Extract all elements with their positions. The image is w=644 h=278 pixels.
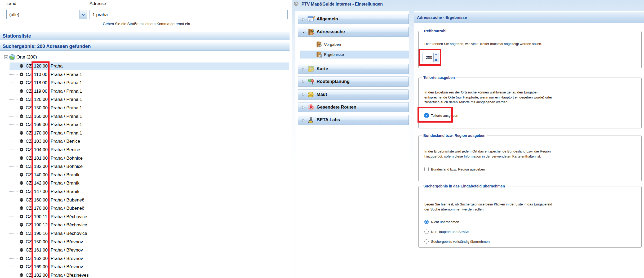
treffer-spinner-buttons xyxy=(434,53,438,62)
radio-nur-hauptort[interactable] xyxy=(424,230,429,234)
tree-connector xyxy=(9,242,18,242)
row-postal-code: 169 00 xyxy=(34,263,48,270)
row-place-name: Praha / Braník xyxy=(51,171,79,178)
result-row[interactable]: CZ140 00Praha / Braník xyxy=(0,171,289,178)
nav-item-label: Allgemein xyxy=(317,14,338,24)
land-select[interactable]: (alle) xyxy=(6,10,87,19)
result-row[interactable]: CZ104 00Praha / Benice xyxy=(0,146,289,153)
nav-item-vorgaben[interactable]: Vorgaben xyxy=(296,41,408,48)
triangle-collapsed-icon[interactable] xyxy=(301,17,305,22)
triangle-collapsed-icon[interactable] xyxy=(301,93,305,98)
result-row[interactable]: CZ110 00Praha / Praha 1 xyxy=(0,71,289,78)
result-row[interactable]: CZ162 00Praha / Břevnov xyxy=(0,255,289,262)
radio-row-nicht-uebernehmen[interactable]: Nicht übernehmen xyxy=(424,220,459,224)
result-row[interactable]: CZ118 00Praha / Praha 1 xyxy=(0,79,289,86)
settings-content-pane: Adresssuche - Ergebnisse Trefferanzahl H… xyxy=(414,11,644,278)
row-country: CZ xyxy=(26,129,32,137)
nav-item-label: Gesendete Routen xyxy=(317,102,356,112)
adresse-label: Adresse xyxy=(90,1,106,6)
result-row[interactable]: CZ160 00Praha / Bubeneč xyxy=(0,196,289,204)
target-icon xyxy=(19,131,24,135)
result-row[interactable]: CZ120 00Praha / Praha 1 xyxy=(0,96,289,103)
row-postal-code: 119 00 xyxy=(34,88,47,95)
tree-connector xyxy=(9,250,18,250)
result-row[interactable]: CZ142 00Praha / Braník xyxy=(0,180,289,187)
radio-row-vollstaendig[interactable]: Suchergebnis vollständig übernehmen xyxy=(424,239,490,244)
nav-item-adresssuche[interactable]: Adresssuche xyxy=(298,27,409,37)
row-postal-code: 120 00 xyxy=(34,62,48,70)
result-row[interactable]: CZ190 11Praha / Běchovice xyxy=(0,213,289,220)
row-country: CZ xyxy=(26,238,32,245)
row-postal-code: 120 00 xyxy=(34,96,48,103)
row-country: CZ xyxy=(26,71,32,78)
bundesland-checkbox[interactable] xyxy=(424,167,429,171)
result-row[interactable]: CZ181 00Praha / Bohnice xyxy=(0,155,289,162)
teilorte-checkbox-row[interactable]: Teilorte ausgeben xyxy=(424,113,458,118)
spinner-down-icon[interactable] xyxy=(434,59,438,61)
expander-minus-icon[interactable] xyxy=(4,55,8,60)
result-row[interactable]: CZ120 00Praha xyxy=(0,62,289,70)
result-row[interactable]: CZ182 00Praha / Bohnice xyxy=(0,163,289,170)
nav-item-beta-labs[interactable]: BETA Labs xyxy=(298,115,409,125)
flask-icon xyxy=(308,117,314,124)
result-row[interactable]: CZ190 12Praha / Běchovice xyxy=(0,221,289,228)
spinner-up-icon[interactable] xyxy=(434,54,438,56)
divider xyxy=(0,28,290,28)
globe-icon xyxy=(9,54,15,61)
result-row[interactable]: CZ150 00Praha / Břevnov xyxy=(0,238,289,245)
radio-row-nur-hauptort[interactable]: Nur Hauptort und Straße xyxy=(424,230,469,234)
row-postal-code: 118 00 xyxy=(34,79,47,86)
search-result-title: Suchergebnis: 200 Adressen gefunden xyxy=(0,42,290,50)
nav-item-karte[interactable]: Karte xyxy=(298,64,409,74)
row-country: CZ xyxy=(26,272,32,278)
row-country: CZ xyxy=(26,196,32,204)
target-icon xyxy=(19,273,24,277)
result-row[interactable]: CZ161 00Praha / Břevnov xyxy=(0,246,289,254)
triangle-collapsed-icon[interactable] xyxy=(301,80,305,85)
row-place-name: Praha / Praha 1 xyxy=(51,129,82,137)
radio-vollstaendig[interactable] xyxy=(424,239,429,244)
bundesland-checkbox-row[interactable]: Bundesland bzw. Region ausgeben xyxy=(424,167,485,171)
target-icon xyxy=(19,256,24,261)
result-row[interactable]: CZ103 00Praha / Benice xyxy=(0,138,289,145)
result-row[interactable]: CZ119 00Praha / Praha 1 xyxy=(0,88,289,95)
coins-icon xyxy=(308,91,315,98)
target-icon xyxy=(19,139,24,144)
triangle-expanded-icon[interactable] xyxy=(301,30,305,35)
result-row[interactable]: CZ150 00Praha / Praha 1 xyxy=(0,104,289,111)
result-row[interactable]: CZ190 16Praha / Běchovice xyxy=(0,230,289,237)
nav-item-allgemein[interactable]: Allgemein xyxy=(298,14,409,24)
triangle-collapsed-icon[interactable] xyxy=(301,118,305,123)
triangle-collapsed-icon[interactable] xyxy=(301,106,305,110)
result-row[interactable]: CZ147 00Praha / Braník xyxy=(0,188,289,195)
target-icon xyxy=(19,264,24,269)
app-window: Land Adresse (alle) Geben Sie die Straße… xyxy=(0,0,644,278)
nav-item-routenplanung[interactable]: Routenplanung xyxy=(298,77,409,87)
radio-nicht-uebernehmen[interactable] xyxy=(424,220,429,224)
row-country: CZ xyxy=(26,180,32,187)
treffer-spinner-value[interactable]: 200 xyxy=(423,53,434,62)
nav-item-ergebnisse[interactable]: Ergebnisse xyxy=(300,51,409,59)
result-row[interactable]: CZ160 00Praha / Praha 1 xyxy=(0,113,289,120)
result-row[interactable]: CZ170 00Praha / Bubeneč xyxy=(0,205,289,212)
result-row[interactable]: CZ182 00Praha / Březiněves xyxy=(0,272,289,278)
row-place-name: Praha / Braník xyxy=(51,180,79,187)
dropdown-arrow-button[interactable] xyxy=(79,10,87,19)
result-list: CZ120 00PrahaCZ110 00Praha / Praha 1CZ11… xyxy=(0,62,290,278)
target-icon xyxy=(19,181,24,185)
result-row[interactable]: CZ169 00Praha / Břevnov xyxy=(0,263,289,270)
section-legend: Suchergebnis in das Eingabefeld übernehm… xyxy=(422,184,507,188)
row-postal-code: 181 00 xyxy=(34,155,48,162)
row-country: CZ xyxy=(26,138,32,145)
row-postal-code: 103 00 xyxy=(34,138,48,145)
tree-root-orte[interactable]: Orte (200) xyxy=(0,53,290,61)
nav-item-gesendete-routen[interactable]: Gesendete Routen xyxy=(298,102,409,112)
section-bundesland: Bundesland bzw. Region ausgeben In der E… xyxy=(418,136,642,181)
triangle-collapsed-icon[interactable] xyxy=(301,67,305,72)
row-place-name: Praha / Braník xyxy=(51,188,79,195)
result-row[interactable]: CZ170 00Praha / Praha 1 xyxy=(0,129,289,137)
teilorte-checkbox[interactable] xyxy=(424,113,429,118)
result-row[interactable]: CZ169 00Praha / Praha 1 xyxy=(0,121,289,128)
nav-item-maut[interactable]: Maut xyxy=(298,89,409,100)
adresse-input[interactable] xyxy=(90,10,288,19)
